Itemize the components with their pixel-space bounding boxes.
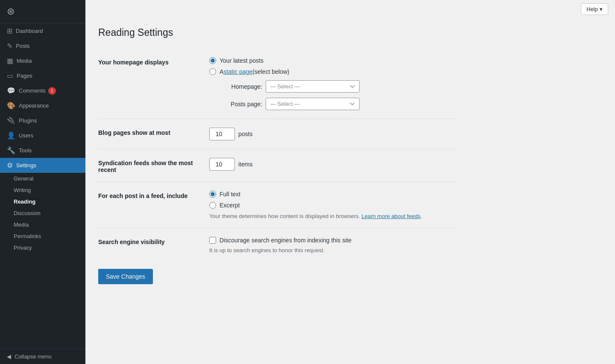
syndication-feeds-inline: items (209, 158, 457, 171)
discourage-search-engines-label: Discourage search engines from indexing … (220, 237, 351, 244)
static-page-suffix: (select below) (252, 68, 289, 75)
appearance-icon: 🎨 (7, 102, 15, 110)
sidebar-item-plugins[interactable]: 🔌 Plugins (0, 113, 85, 128)
sidebar-item-label: Settings (16, 162, 36, 169)
posts-page-select-label: Posts page: (220, 101, 262, 108)
full-text-radio[interactable] (209, 191, 216, 198)
posts-page-select[interactable]: — Select — (266, 98, 360, 110)
sidebar-item-label: Media (17, 58, 32, 64)
sidebar-sub-item-reading[interactable]: Reading (0, 196, 85, 207)
sidebar-item-pages[interactable]: ▭ Pages (0, 68, 85, 83)
homepage-select-label: Homepage: (220, 83, 262, 90)
sidebar-item-label: Appearance (19, 102, 49, 109)
search-engine-sub-note: It is up to search engines to honor this… (209, 247, 457, 253)
sidebar-sub-item-media[interactable]: Media (0, 219, 85, 230)
discourage-search-engines-option[interactable]: Discourage search engines from indexing … (209, 237, 457, 244)
blog-pages-unit: posts (238, 131, 252, 137)
feed-note-prefix: Your theme determines how content is dis… (209, 213, 361, 219)
sidebar-item-settings[interactable]: ⚙ Settings (0, 158, 85, 173)
latest-posts-option[interactable]: Your latest posts (209, 57, 457, 64)
blog-pages-label: Blog pages show at most (98, 128, 209, 136)
full-text-label: Full text (220, 191, 240, 198)
discourage-search-engines-checkbox[interactable] (209, 237, 216, 244)
latest-posts-radio[interactable] (209, 57, 216, 64)
syndication-feeds-unit: items (238, 161, 252, 168)
homepage-displays-row: Your homepage displays Your latest posts… (98, 49, 457, 119)
syndication-feeds-row: Syndication feeds show the most recent i… (98, 149, 457, 182)
sidebar-sub-item-privacy[interactable]: Privacy (0, 242, 85, 253)
sub-item-label: Discussion (14, 210, 41, 216)
sub-item-label: Writing (14, 187, 31, 193)
sub-item-label: Permalinks (14, 233, 41, 239)
wp-logo-icon: ⊛ (7, 6, 15, 17)
sidebar-item-label: Comments (19, 87, 46, 94)
feed-note: Your theme determines how content is dis… (209, 213, 457, 219)
dashboard-icon: ⊞ (7, 27, 12, 35)
tools-icon: 🔧 (7, 146, 15, 154)
static-page-option[interactable]: A static page (select below) (209, 68, 457, 75)
sidebar-item-label: Users (19, 132, 33, 139)
plugins-icon: 🔌 (7, 116, 15, 125)
sidebar-item-media[interactable]: ▦ Media (0, 53, 85, 68)
topbar: Help ▾ (85, 0, 615, 18)
blog-pages-inline: posts (209, 128, 457, 140)
sidebar-item-users[interactable]: 👤 Users (0, 128, 85, 143)
media-icon: ▦ (7, 57, 13, 65)
page-title: Reading Settings (98, 27, 457, 38)
blog-pages-control: posts (209, 128, 457, 140)
sidebar-item-label: Tools (19, 147, 32, 154)
sidebar-item-label: Plugins (19, 117, 37, 124)
feed-note-suffix: . (421, 213, 422, 219)
homepage-select[interactable]: — Select — (266, 80, 360, 93)
blog-pages-input[interactable] (209, 128, 235, 140)
comments-icon: 💬 (7, 87, 15, 95)
main-content: Help ▾ Reading Settings Your homepage di… (85, 0, 615, 364)
save-changes-button[interactable]: Save Changes (98, 269, 153, 284)
homepage-displays-label: Your homepage displays (98, 57, 209, 66)
collapse-label: Collapse menu (15, 353, 52, 360)
sidebar-sub-item-writing[interactable]: Writing (0, 184, 85, 196)
help-button[interactable]: Help ▾ (581, 3, 608, 15)
sub-item-label: Privacy (14, 245, 32, 251)
sidebar-item-label: Pages (17, 73, 32, 79)
settings-form: Your homepage displays Your latest posts… (98, 49, 457, 262)
posts-page-select-row: Posts page: — Select — (220, 98, 457, 110)
sub-item-label: Reading (14, 198, 35, 205)
static-page-link[interactable]: static page (223, 68, 252, 75)
blog-pages-row: Blog pages show at most posts (98, 119, 457, 149)
sidebar-item-label: Posts (16, 43, 30, 49)
feed-include-row: For each post in a feed, include Full te… (98, 182, 457, 228)
learn-more-feeds-link[interactable]: Learn more about feeds (361, 213, 420, 219)
collapse-menu-button[interactable]: ◀ Collapse menu (0, 349, 85, 364)
latest-posts-label: Your latest posts (220, 57, 264, 64)
syndication-feeds-control: items (209, 158, 457, 171)
sidebar: ⊛ ⊞ Dashboard ✎ Posts ▦ Media ▭ Pages 💬 … (0, 0, 85, 364)
sidebar-item-appearance[interactable]: 🎨 Appearance (0, 98, 85, 113)
users-icon: 👤 (7, 131, 15, 140)
sidebar-item-tools[interactable]: 🔧 Tools (0, 143, 85, 158)
sidebar-item-dashboard[interactable]: ⊞ Dashboard (0, 23, 85, 38)
chevron-down-icon: ▾ (600, 6, 603, 12)
sidebar-logo: ⊛ (0, 0, 85, 23)
full-text-option[interactable]: Full text (209, 191, 457, 198)
syndication-feeds-label: Syndication feeds show the most recent (98, 158, 209, 173)
sidebar-item-posts[interactable]: ✎ Posts (0, 38, 85, 53)
content-area: Reading Settings Your homepage displays … (85, 18, 470, 301)
sidebar-item-label: Dashboard (16, 28, 43, 34)
static-page-radio[interactable] (209, 68, 216, 75)
sidebar-item-comments[interactable]: 💬 Comments 1 (0, 83, 85, 98)
search-engine-visibility-label: Search engine visibility (98, 237, 209, 245)
excerpt-radio[interactable] (209, 202, 216, 209)
syndication-feeds-input[interactable] (209, 158, 235, 171)
comments-badge: 1 (48, 87, 56, 95)
excerpt-label: Excerpt (220, 202, 240, 209)
search-engine-visibility-control: Discourage search engines from indexing … (209, 237, 457, 253)
pages-icon: ▭ (7, 72, 13, 80)
sidebar-sub-item-discussion[interactable]: Discussion (0, 207, 85, 219)
excerpt-option[interactable]: Excerpt (209, 202, 457, 209)
homepage-displays-control: Your latest posts A static page (select … (209, 57, 457, 110)
sidebar-sub-item-general[interactable]: General (0, 173, 85, 184)
sub-item-label: General (14, 175, 33, 182)
sidebar-sub-item-permalinks[interactable]: Permalinks (0, 230, 85, 242)
search-engine-visibility-row: Search engine visibility Discourage sear… (98, 228, 457, 262)
